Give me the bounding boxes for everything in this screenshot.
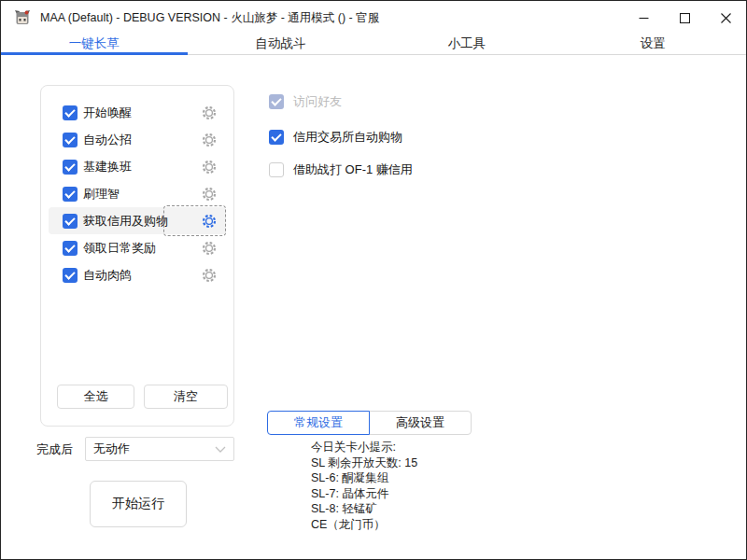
chevron-down-icon [215, 446, 226, 453]
task-label: 自动公招 [83, 132, 132, 148]
task-row-wakeup[interactable]: 开始唤醒 [49, 99, 226, 126]
tab-advanced-settings[interactable]: 高级设置 [369, 411, 472, 435]
minimize-icon [639, 13, 649, 23]
window-controls [623, 1, 746, 35]
gear-icon-award[interactable] [198, 237, 220, 259]
check-icon [271, 95, 281, 105]
task-row-mall[interactable]: 获取信用及购物 [49, 207, 226, 234]
check-icon [64, 215, 75, 225]
window-title: MAA (Default) - DEBUG VERSION - 火山旅梦 - 通… [40, 10, 379, 26]
option-visit-friends: 访问好友 [269, 93, 342, 110]
close-icon [721, 13, 731, 23]
task-row-fight[interactable]: 刷理智 [49, 180, 226, 207]
tab-settings[interactable]: 设置 [560, 35, 747, 54]
settings-tab-group: 常规设置 高级设置 [267, 411, 472, 435]
checkbox-wakeup[interactable] [63, 105, 78, 120]
tab-tools[interactable]: 小工具 [374, 35, 560, 54]
app-window: MAA (Default) - DEBUG VERSION - 火山旅梦 - 通… [0, 0, 747, 560]
app-logo-icon [13, 8, 32, 27]
checkbox-mall[interactable] [63, 214, 78, 229]
checkbox-credit-shopping[interactable] [269, 130, 284, 145]
task-label: 获取信用及购物 [83, 213, 168, 230]
option-credit-shopping[interactable]: 信用交易所自动购物 [269, 129, 402, 146]
tips-line: SL-7: 晶体元件 [311, 486, 417, 502]
tips-line: CE（龙门币） [311, 517, 417, 533]
option-label: 访问好友 [293, 93, 342, 110]
gear-icon-mall[interactable] [198, 210, 220, 232]
tips-line: SL-8: 轻锰矿 [311, 501, 417, 517]
task-label: 开始唤醒 [83, 105, 132, 121]
checkbox-fight[interactable] [63, 187, 78, 202]
task-label: 基建换班 [83, 159, 132, 175]
gear-icon-roguelike[interactable] [198, 264, 220, 287]
tips-line: SL 剩余开放天数: 15 [311, 455, 417, 471]
tips-line: SL-6: 酮凝集组 [311, 470, 417, 486]
task-label: 刷理智 [83, 186, 120, 203]
start-run-button[interactable]: 开始运行 [90, 481, 187, 527]
task-list-panel: 开始唤醒 自动公招 基建换班 刷理智 [40, 85, 234, 427]
gear-icon-infrast[interactable] [198, 156, 220, 178]
check-icon [64, 133, 75, 144]
gear-icon-fight[interactable] [198, 183, 220, 205]
task-row-infrast[interactable]: 基建换班 [49, 153, 226, 180]
checkbox-visit-friends [269, 94, 284, 109]
task-row-award[interactable]: 领取日常奖励 [49, 234, 226, 261]
option-label: 信用交易所自动购物 [293, 129, 402, 146]
check-icon [64, 242, 75, 252]
option-of1-credit[interactable]: 借助战打 OF-1 赚信用 [269, 161, 413, 178]
gear-icon-wakeup[interactable] [198, 102, 220, 124]
select-all-button[interactable]: 全选 [57, 385, 134, 409]
checkbox-of1-credit[interactable] [269, 162, 284, 177]
check-icon [271, 131, 281, 141]
task-label: 自动肉鸽 [83, 267, 132, 284]
maximize-icon [680, 13, 690, 23]
check-icon [64, 161, 75, 171]
close-button[interactable] [705, 1, 746, 35]
main-tab-bar: 一键长草 自动战斗 小工具 设置 [1, 35, 746, 55]
title-bar: MAA (Default) - DEBUG VERSION - 火山旅梦 - 通… [1, 1, 746, 35]
maximize-button[interactable] [664, 1, 705, 35]
task-row-recruit[interactable]: 自动公招 [49, 126, 226, 153]
check-icon [64, 106, 75, 117]
check-icon [64, 269, 75, 279]
after-finish-label: 完成后 [36, 441, 73, 458]
minimize-button[interactable] [623, 1, 664, 35]
clear-button[interactable]: 清空 [144, 385, 228, 409]
tab-copilot[interactable]: 自动战斗 [188, 35, 374, 54]
tab-general-settings[interactable]: 常规设置 [267, 411, 370, 435]
dropdown-value: 无动作 [93, 441, 130, 457]
task-row-roguelike[interactable]: 自动肉鸽 [49, 261, 226, 288]
after-finish-dropdown[interactable]: 无动作 [85, 437, 234, 461]
stage-tips: 今日关卡小提示: SL 剩余开放天数: 15 SL-6: 酮凝集组 SL-7: … [311, 440, 417, 532]
tab-farming[interactable]: 一键长草 [1, 35, 188, 54]
option-label: 借助战打 OF-1 赚信用 [293, 161, 413, 178]
tips-line: 今日关卡小提示: [311, 440, 417, 455]
check-icon [64, 188, 75, 198]
gear-icon-recruit[interactable] [198, 129, 220, 151]
checkbox-roguelike[interactable] [63, 268, 78, 283]
checkbox-recruit[interactable] [63, 133, 78, 147]
checkbox-award[interactable] [63, 241, 78, 256]
task-label: 领取日常奖励 [83, 240, 156, 257]
checkbox-infrast[interactable] [63, 160, 78, 175]
